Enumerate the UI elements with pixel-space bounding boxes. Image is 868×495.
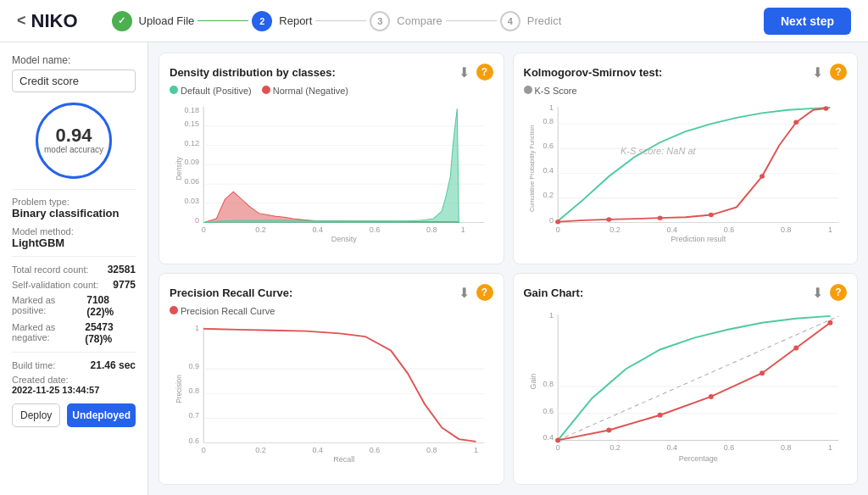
gain-chart-card: Gain Chart: ⬇ ? 0.4 0.6 0.8 1	[513, 273, 859, 485]
precision-recall-title: Precision Recall Curve:	[170, 286, 292, 299]
back-button[interactable]: <	[17, 12, 26, 30]
self-validation-stat: Self-validation count: 9775	[12, 279, 136, 291]
undeployed-button[interactable]: Undeployed	[67, 403, 136, 427]
svg-point-35	[606, 217, 611, 221]
svg-text:0.2: 0.2	[609, 225, 620, 233]
total-record-label: Total record count:	[12, 264, 89, 275]
density-chart-header: Density distribution by classes: ⬇ ?	[170, 64, 493, 81]
svg-text:0.6: 0.6	[542, 142, 554, 150]
step-line-3	[446, 20, 497, 21]
step-report[interactable]: 2 Report	[252, 11, 312, 31]
svg-text:0.15: 0.15	[185, 120, 200, 127]
problem-type-section: Problem type: Binary classification	[12, 197, 136, 220]
ks-download-icon[interactable]: ⬇	[812, 64, 823, 81]
svg-text:0.6: 0.6	[370, 225, 381, 233]
header: < NIKO ✓ Upload File 2 Report 3 Compare …	[0, 0, 868, 42]
svg-text:1: 1	[474, 446, 478, 453]
density-chart-title: Density distribution by classes:	[170, 66, 336, 79]
created-date-label: Created date:	[12, 375, 136, 385]
step-compare[interactable]: 3 Compare	[370, 11, 442, 31]
svg-point-81	[793, 346, 798, 351]
negative-legend-dot	[262, 86, 270, 94]
accuracy-label: model accuracy	[44, 145, 103, 155]
step-predict[interactable]: 4 Predict	[500, 11, 561, 31]
svg-text:0.6: 0.6	[542, 407, 554, 415]
density-svg: 0 0.03 0.06 0.09 0.12 0.15 0.18	[170, 99, 493, 253]
svg-text:0.6: 0.6	[370, 446, 381, 453]
build-time-label: Build time:	[12, 360, 55, 370]
density-chart-card: Density distribution by classes: ⬇ ? Def…	[159, 53, 504, 264]
svg-text:1: 1	[195, 324, 199, 331]
svg-text:0.2: 0.2	[255, 225, 266, 233]
positive-legend-dot	[170, 86, 178, 94]
pr-legend: Precision Recall Curve	[170, 306, 493, 316]
self-validation-label: Self-validation count:	[12, 280, 98, 290]
total-record-value: 32581	[108, 264, 136, 275]
svg-point-34	[555, 220, 560, 224]
marked-negative-stat: Marked as negative: 25473 (78)%	[12, 321, 136, 345]
next-step-button[interactable]: Next step	[764, 8, 851, 35]
gain-help-icon[interactable]: ?	[830, 284, 847, 301]
main-layout: Model name: 0.94 model accuracy Problem …	[0, 42, 868, 495]
step-line-2	[315, 20, 366, 21]
svg-point-40	[823, 106, 828, 110]
marked-positive-label: Marked as positive:	[12, 295, 86, 315]
density-chart-area: 0 0.03 0.06 0.09 0.12 0.15 0.18	[170, 99, 493, 253]
svg-text:0.9: 0.9	[189, 363, 200, 370]
svg-text:0.6: 0.6	[723, 225, 734, 233]
steps-nav: ✓ Upload File 2 Report 3 Compare 4 Predi…	[112, 11, 764, 31]
svg-text:0.8: 0.8	[780, 225, 791, 233]
step-4-circle: 4	[500, 11, 520, 31]
svg-text:0.8: 0.8	[542, 380, 554, 388]
svg-point-77	[606, 428, 611, 433]
step-upload[interactable]: ✓ Upload File	[112, 11, 195, 31]
svg-text:0: 0	[202, 225, 206, 233]
problem-type-value: Binary classification	[12, 207, 136, 220]
density-download-icon[interactable]: ⬇	[459, 64, 470, 81]
svg-text:0.03: 0.03	[185, 197, 200, 204]
pr-help-icon[interactable]: ?	[476, 284, 493, 301]
svg-point-78	[657, 413, 662, 418]
total-record-stat: Total record count: 32581	[12, 264, 136, 275]
marked-positive-value: 7108 (22)%	[86, 294, 136, 318]
svg-text:0.09: 0.09	[185, 159, 200, 166]
density-help-icon[interactable]: ?	[476, 64, 493, 81]
svg-text:Density: Density	[175, 157, 183, 181]
ks-chart-header: Kolmogorov-Smirnov test: ⬇ ?	[524, 64, 848, 81]
svg-text:0.4: 0.4	[542, 167, 554, 175]
model-name-input[interactable]	[12, 70, 136, 92]
svg-text:0.4: 0.4	[666, 443, 677, 452]
svg-text:0: 0	[555, 225, 559, 233]
step-line-1	[198, 20, 248, 21]
marked-positive-stat: Marked as positive: 7108 (22)%	[12, 294, 136, 318]
created-date-value: 2022-11-25 13:44:57	[12, 385, 136, 395]
build-time-stat: Build time: 21.46 sec	[12, 359, 136, 371]
gain-chart-area: 0.4 0.6 0.8 1	[524, 306, 848, 474]
svg-text:0.8: 0.8	[426, 225, 437, 233]
accuracy-value: 0.94	[56, 126, 92, 145]
pr-chart-area: 0.6 0.7 0.8 0.9 1 0 0.2 0.4 0.6 0.8 1	[170, 320, 493, 474]
pr-download-icon[interactable]: ⬇	[459, 285, 470, 301]
svg-text:Prediction result: Prediction result	[670, 236, 726, 243]
charts-grid: Density distribution by classes: ⬇ ? Def…	[148, 42, 868, 495]
gain-download-icon[interactable]: ⬇	[812, 285, 823, 301]
svg-point-36	[657, 215, 662, 220]
created-date-section: Created date: 2022-11-25 13:44:57	[12, 375, 136, 395]
sidebar: Model name: 0.94 model accuracy Problem …	[0, 42, 148, 495]
ks-chart-card: Kolmogorov-Smirnov test: ⬇ ? K-S Score K…	[513, 53, 859, 264]
svg-line-75	[558, 316, 838, 441]
pr-legend-dot	[170, 306, 178, 314]
ks-chart-area: K-S score: NaN at 0 0.2 0.4 0.6 0.8 1	[524, 99, 848, 253]
svg-text:1: 1	[549, 103, 554, 111]
svg-text:0.4: 0.4	[666, 225, 677, 233]
svg-text:0.4: 0.4	[312, 225, 323, 233]
accuracy-circle: 0.94 model accuracy	[36, 103, 112, 179]
action-buttons: Deploy Undeployed	[12, 403, 136, 427]
svg-text:0: 0	[202, 446, 206, 453]
svg-text:0.2: 0.2	[609, 443, 620, 452]
precision-recall-header: Precision Recall Curve: ⬇ ?	[170, 284, 493, 301]
model-method-value: LightGBM	[12, 236, 136, 249]
deploy-button[interactable]: Deploy	[12, 403, 60, 427]
ks-help-icon[interactable]: ?	[830, 64, 847, 81]
svg-text:1: 1	[827, 443, 832, 452]
